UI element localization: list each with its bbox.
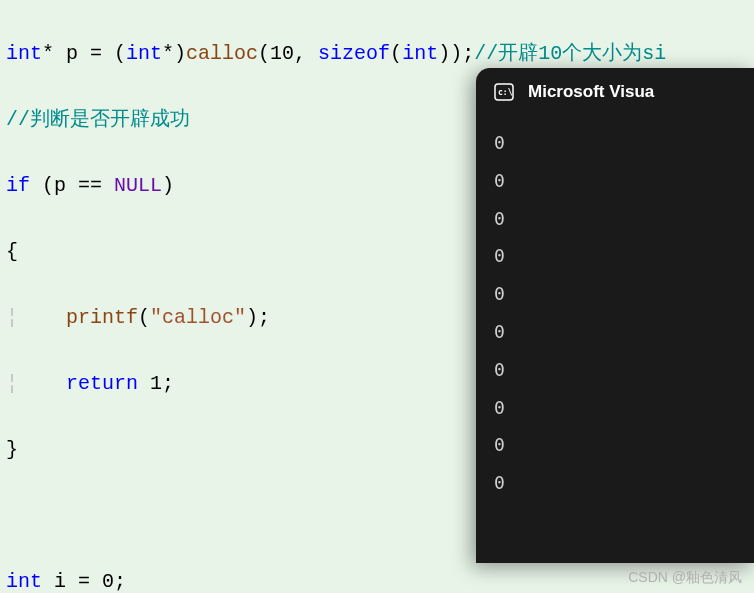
svg-text:c:\: c:\ (498, 88, 513, 97)
output-line: 0 (494, 124, 736, 162)
output-line: 0 (494, 464, 736, 502)
terminal-titlebar[interactable]: c:\ Microsoft Visua (476, 68, 754, 112)
keyword-sizeof: sizeof (318, 42, 390, 65)
output-line: 0 (494, 351, 736, 389)
null-literal: NULL (114, 174, 162, 197)
terminal-icon: c:\ (494, 82, 514, 102)
output-line: 0 (494, 313, 736, 351)
keyword-int: int (6, 570, 42, 593)
code-line: int* p = (int*)calloc(10, sizeof(int));/… (6, 37, 748, 70)
terminal-title-text: Microsoft Visua (528, 82, 654, 102)
keyword-return: return (18, 372, 138, 395)
output-line: 0 (494, 237, 736, 275)
terminal-output: 0 0 0 0 0 0 0 0 0 0 (476, 112, 754, 514)
output-line: 0 (494, 200, 736, 238)
output-line: 0 (494, 162, 736, 200)
output-line: 0 (494, 275, 736, 313)
comment: //判断是否开辟成功 (6, 108, 190, 131)
keyword-int: int (6, 42, 42, 65)
watermark-text: CSDN @釉色清风 (628, 569, 742, 587)
func-printf: printf (18, 306, 138, 329)
func-calloc: calloc (186, 42, 258, 65)
terminal-window[interactable]: c:\ Microsoft Visua 0 0 0 0 0 0 0 0 0 0 (476, 68, 754, 563)
output-line: 0 (494, 426, 736, 464)
keyword-if: if (6, 174, 30, 197)
comment: //开辟10个大小为si (474, 42, 666, 65)
output-line: 0 (494, 389, 736, 427)
string-literal: "calloc" (150, 306, 246, 329)
